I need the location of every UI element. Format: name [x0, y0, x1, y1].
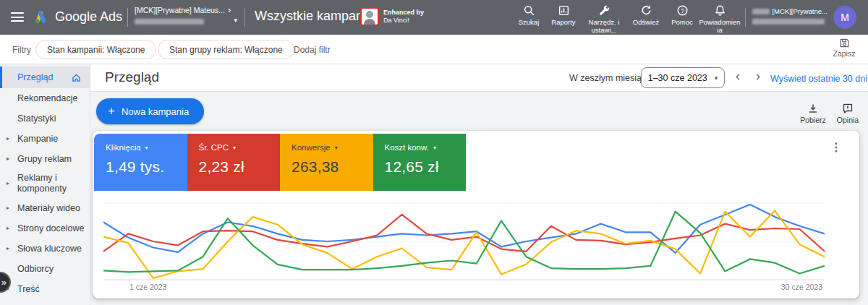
- search-icon: [523, 4, 535, 17]
- home-icon: [71, 72, 82, 83]
- feedback-button[interactable]: Opinia: [830, 103, 865, 124]
- account-selector-label: [MCK][Prywatne] Mateus...: [135, 6, 225, 14]
- account-selector[interactable]: [MCK][Prywatne] Mateus... › ▾: [135, 6, 237, 27]
- davinci-line2: Da Vinci!: [383, 17, 409, 24]
- sidebar-item-label: Przegląd: [17, 72, 53, 83]
- sidebar-item-label: Grupy reklam: [17, 154, 72, 165]
- page-header: Przegląd W zeszłym miesiącu 1–30 cze 202…: [90, 64, 868, 92]
- scorecard-koszt-konw[interactable]: Koszt konw.▾ 12,65 zł: [373, 134, 467, 191]
- sidebar-item-kampanie[interactable]: ▸Kampanie: [0, 129, 90, 149]
- google-ads-logo-icon[interactable]: [32, 9, 49, 26]
- date-preset-label: W zeszłym miesiącu: [569, 73, 651, 83]
- x-axis-start-label: 1 cze 2023: [129, 283, 166, 291]
- topbar-page-title: Wszystkie kampanie: [255, 9, 373, 24]
- topbar: Google Ads [MCK][Prywatne] Mateus... › ▾…: [0, 0, 868, 35]
- new-campaign-label: Nowa kampania: [122, 106, 189, 117]
- brand-name[interactable]: Google Ads: [55, 9, 122, 25]
- previous-period-button[interactable]: ‹: [736, 69, 740, 84]
- notifications-button[interactable]: Powiadomienia: [699, 4, 741, 35]
- sidebar-item-label: Rekomendacje: [17, 93, 77, 104]
- metric-scorecards: Kliknięcia▾ 1,49 tys. Śr. CPC▾ 2,23 zł K…: [94, 134, 466, 191]
- scorecard-label: Konwersje: [292, 143, 331, 152]
- search-button[interactable]: Szukaj: [512, 4, 545, 35]
- chart-series-Kliknięcia: [103, 205, 825, 253]
- new-campaign-button[interactable]: + Nowa kampania: [96, 98, 204, 124]
- sidebar-item-reklamy-i-komponenty[interactable]: ▸Reklamy i komponenty: [0, 169, 90, 198]
- redacted-account-id: [752, 9, 770, 14]
- caret-down-icon: ▾: [233, 145, 236, 151]
- caret-down-icon: ▾: [715, 74, 718, 82]
- sidebar-item-tresc[interactable]: ▸Treść: [0, 279, 90, 299]
- overview-chart-card: Kliknięcia▾ 1,49 tys. Śr. CPC▾ 2,23 zł K…: [93, 131, 859, 298]
- nav-label: Narzędz. i ustawi...: [582, 19, 626, 35]
- expand-arrow-icon: ▸: [7, 135, 9, 142]
- topbar-divider: [244, 8, 245, 27]
- sidebar-item-grupy-reklam[interactable]: ▸Grupy reklam: [0, 149, 90, 169]
- tools-icon: [598, 4, 610, 17]
- scorecard-label: Kliknięcia: [106, 143, 141, 152]
- add-filter-button[interactable]: Dodaj filtr: [294, 45, 331, 55]
- topbar-nav: Szukaj Raporty Narzędz. i ustawi... Odśw…: [512, 4, 741, 35]
- expand-arrow-icon: ▸: [7, 245, 9, 252]
- filter-bar: Filtry Stan kampanii: Włączone Stan grup…: [0, 35, 868, 64]
- sidebar-item-slowa-kluczowe[interactable]: ▸Słowa kluczowe: [0, 239, 90, 259]
- scorecard-konwersje[interactable]: Konwersje▾ 263,38: [280, 134, 373, 191]
- chevron-right-icon: ›: [228, 7, 231, 14]
- sidebar-item-statystyki[interactable]: Statystyki: [0, 108, 90, 129]
- scorecard-sr-cpc[interactable]: Śr. CPC▾ 2,23 zł: [187, 134, 281, 191]
- help-icon: ?: [676, 4, 689, 17]
- expand-arrow-icon: ▸: [7, 225, 9, 232]
- notifications-icon: [714, 4, 726, 17]
- sidebar-item-przeglad[interactable]: Przegląd: [0, 66, 90, 88]
- date-range-picker[interactable]: 1–30 cze 2023 ▾: [641, 67, 725, 88]
- scorecard-label: Koszt konw.: [385, 143, 429, 152]
- filter-chip-campaign-status[interactable]: Stan kampanii: Włączone: [35, 40, 156, 59]
- avatar[interactable]: M: [833, 6, 856, 29]
- save-button[interactable]: Zapisz: [827, 38, 861, 58]
- download-button[interactable]: Pobierz: [796, 103, 830, 124]
- sidebar-item-label: Materiały wideo: [17, 203, 80, 214]
- refresh-icon: [640, 4, 652, 17]
- timeseries-chart: [103, 197, 825, 284]
- sidebar-item-label: Strony docelowe: [17, 223, 84, 234]
- davinci-badge-text: Enhanced by Da Vinci!: [383, 9, 424, 25]
- user-account-info[interactable]: [MCK][Prywatne...: [752, 7, 827, 26]
- user-account-partial: [MCK][Prywatne...: [772, 7, 827, 15]
- sidebar-item-materialy-wideo[interactable]: ▸Materiały wideo: [0, 198, 90, 218]
- nav-label: Raporty: [551, 19, 575, 27]
- caret-down-icon: ▾: [433, 145, 436, 151]
- download-icon: [807, 103, 819, 114]
- sidebar-item-label: Reklamy i komponenty: [17, 173, 85, 194]
- refresh-button[interactable]: Odśwież: [626, 4, 665, 35]
- sidebar-nav: Przegląd Rekomendacje Statystyki ▸Kampan…: [0, 64, 90, 305]
- menu-icon[interactable]: [11, 12, 24, 22]
- caret-down-icon: ▾: [145, 145, 148, 151]
- scorecard-value: 2,23 zł: [199, 158, 281, 176]
- reports-button[interactable]: Raporty: [545, 4, 582, 35]
- davinci-extension-badge[interactable]: Enhanced by Da Vinci!: [360, 7, 424, 26]
- show-last-30-days-link[interactable]: Wyświetl ostatnie 30 dni: [770, 74, 867, 84]
- sidebar-item-odbiorcy[interactable]: Odbiorcy: [0, 259, 90, 279]
- next-period-button[interactable]: ›: [756, 69, 760, 84]
- card-options-menu[interactable]: ⋮: [830, 142, 842, 153]
- page-title: Przegląd: [105, 69, 159, 85]
- scorecard-kliknięcia[interactable]: Kliknięcia▾ 1,49 tys.: [94, 134, 187, 191]
- sidebar-item-rekomendacje[interactable]: Rekomendacje: [0, 88, 90, 108]
- google-ads-app: Google Ads [MCK][Prywatne] Mateus... › ▾…: [0, 0, 868, 305]
- nav-label: Odśwież: [633, 19, 659, 27]
- help-button[interactable]: ? Pomoc: [665, 4, 699, 35]
- davinci-line1: Enhanced by: [383, 9, 424, 17]
- caret-down-icon: ▾: [234, 17, 237, 24]
- expand-arrow-icon: ▸: [7, 180, 9, 187]
- download-label: Pobierz: [800, 116, 826, 124]
- save-icon: [839, 38, 850, 48]
- svg-text:?: ?: [681, 7, 684, 14]
- sidebar-item-label: Statystyki: [17, 113, 56, 124]
- tools-settings-button[interactable]: Narzędz. i ustawi...: [582, 4, 626, 35]
- chart-series-Koszt konw.: [103, 212, 825, 274]
- expand-arrow-icon: ▸: [7, 155, 9, 163]
- filter-chip-adgroup-status[interactable]: Stan grupy reklam: Włączone: [158, 40, 294, 59]
- sidebar-item-strony-docelowe[interactable]: ▸Strony docelowe: [0, 218, 90, 239]
- scorecard-value: 263,38: [292, 158, 373, 176]
- sidebar-item-label: Odbiorcy: [17, 264, 54, 275]
